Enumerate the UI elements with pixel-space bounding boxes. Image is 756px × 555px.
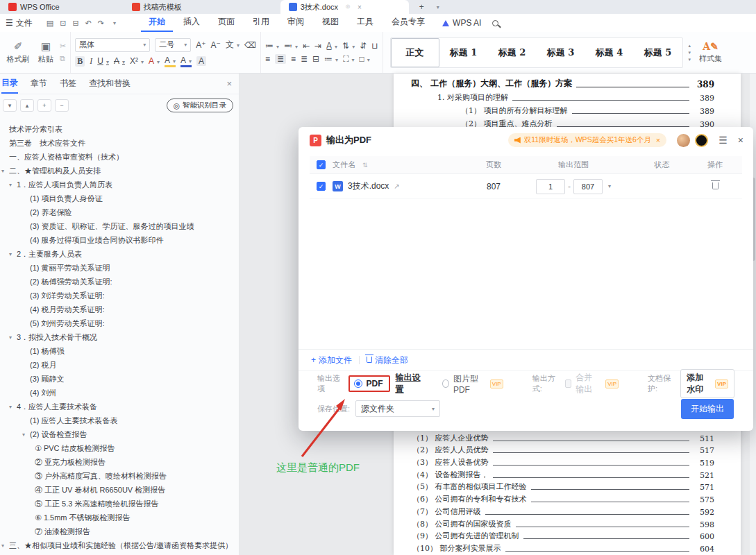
increase-indent-icon[interactable]: ⇥ [314,41,321,51]
underline-button[interactable]: U▾ [97,56,109,66]
range-to-input[interactable] [573,179,603,194]
toc-entry[interactable]: （2） 应答人人员优势517 [394,443,741,456]
toc-entry[interactable]: （1） 应答人企业优势511 [394,431,741,443]
redo-icon[interactable]: ↷ [98,19,104,28]
decrease-indent-icon[interactable]: ⇤ [303,41,310,51]
image-pdf-option[interactable]: 图片型PDF VIP [442,373,503,395]
sidebar-tab[interactable]: 查找和替换 [89,74,131,93]
print-icon[interactable]: ⊟ [72,19,78,28]
ribbon-tab[interactable]: 视图 [314,15,346,32]
outline-item[interactable]: (4) 刘州 [0,386,239,400]
outline-item[interactable]: (4) 服务过得项目业绩合同协议书影印件 [0,233,239,247]
export-icon[interactable]: ⊡ [60,19,66,28]
style-box[interactable]: 标题 1 [439,38,488,67]
bullet-list-icon[interactable]: ≔▾ [265,41,279,51]
increase-font-icon[interactable]: A⁺ [196,40,205,50]
bold-button[interactable]: B [75,56,85,67]
ribbon-tab[interactable]: 工具 [349,15,381,32]
superscript-button[interactable]: X²▾ [130,56,144,66]
add-file-button[interactable]: 添加文件 [311,355,352,366]
outline-item[interactable]: ▾三、★相似项目业绩和实施经验（根据公告/邀请函资格要求提供） [0,538,239,552]
highlight-button[interactable]: A▾ [165,56,176,67]
outline-item[interactable]: (4) 税月劳动关系证明: [0,302,239,316]
strikethrough-button[interactable]: A▾ [114,56,125,66]
char-effect-button[interactable]: A▾ [149,56,160,66]
outline-item[interactable]: (3) 刘洋劳动关系证明: [0,289,239,302]
decrease-font-icon[interactable]: A⁻ [211,40,221,50]
outline-item[interactable]: (2) 杨傅强劳动关系证明: [0,275,239,289]
home-tab[interactable]: WPS Office [0,0,68,14]
tab-template-store[interactable]: 找稿壳模板 [124,0,190,14]
save-location-select[interactable]: 源文件夹 ▾ [355,400,440,417]
collapse-arrow-icon[interactable]: ▾ [9,331,15,345]
outline-item[interactable]: (1) 杨傅强 [0,344,239,358]
style-box[interactable]: 正文 [391,38,439,67]
delete-file-icon[interactable] [712,182,719,189]
spacing-icon[interactable]: ⇅▾ [342,41,355,51]
outline-item[interactable]: ▾3．拟投入技术骨干概况 [0,330,239,344]
sidebar-tab[interactable]: 章节 [31,74,47,93]
outline-item[interactable]: ③ 户外高精度写真、喷绘材料检测报告 [0,469,239,483]
clear-format-icon[interactable]: ⌫ [244,40,256,50]
font-size-select[interactable]: 二号▾ [155,38,191,52]
save-icon[interactable]: ▤ [47,19,53,28]
outline-item[interactable]: 一、应答人资格审查资料（技术） [0,150,239,164]
dialog-close-icon[interactable]: × [738,135,744,146]
dialog-menu-icon[interactable]: ☰ [719,135,728,146]
outline-item[interactable]: ▾2．主要服务人员表 [0,247,239,261]
collapse-all-button[interactable]: ▴ [20,99,34,112]
style-set-button[interactable]: A✎ 样式集 [694,41,728,64]
sidebar-tab[interactable]: 目录 [1,74,18,94]
start-export-button[interactable]: 开始输出 [681,399,734,419]
output-settings-link[interactable]: 输出设置 [396,372,423,395]
outline-item[interactable]: ② 亚克力板检测报告 [0,455,239,469]
styles-more-icon[interactable]: ▾ [689,57,691,62]
text-direction-icon[interactable]: A̲▾ [326,41,337,51]
outline-item[interactable]: (3) 资质证、职称证、学历证、服务过的项目业绩 [0,219,239,233]
outline-item[interactable]: 第三卷 技术应答文件 [0,136,239,150]
justify-icon[interactable]: ≣ [301,54,308,64]
quick-access-caret-icon[interactable]: ▾ [113,20,116,26]
sidebar-tab[interactable]: 书签 [60,74,76,93]
cut-icon[interactable]: ✂ [60,42,66,51]
smart-toc-button[interactable]: ◎ 智能识别目录 [167,99,233,112]
outline-item[interactable]: (1) 黄丽平劳动关系证明 [0,261,239,275]
tab-list-caret-icon[interactable]: ▾ [429,0,444,14]
collapse-arrow-icon[interactable]: ▾ [9,178,15,192]
wps-ai-button[interactable]: WPS AI [442,18,481,28]
border-icon[interactable]: □▾ [360,54,370,64]
styles-up-icon[interactable]: ▴ [689,43,691,49]
file-menu-button[interactable]: ☰ 文件 [0,17,40,29]
outline-item[interactable]: (1) 应答人主要技术装备表 [0,413,239,427]
outline-item[interactable]: ⑦ 油漆检测报告 [0,524,239,538]
range-caret-icon[interactable]: ▾ [608,183,611,189]
outline-item[interactable]: ⑤ 工正 5.3 米高速精喷绘机报告报告 [0,497,239,511]
style-box[interactable]: 标题 5 [634,38,682,67]
range-from-input[interactable] [536,179,565,194]
outline-item[interactable]: (2) 养老保险 [0,205,239,219]
sidebar-close-icon[interactable]: × [226,78,232,89]
tab-document[interactable]: 3技术.docx ⌾ × [280,0,409,14]
outline-item[interactable]: ▾4．应答人主要技术装备 [0,400,239,413]
zoom-out-outline-button[interactable]: − [55,99,69,112]
expand-all-button[interactable]: ▾ [3,99,17,112]
line-spacing-icon[interactable]: ≔▾ [324,54,338,64]
toc-entry[interactable]: （9） 公司拥有先进的管理机制600 [394,529,741,542]
style-box[interactable]: 标题 3 [537,38,585,67]
outline-item[interactable]: ① PVC 结皮板检测报告 [0,441,239,455]
ribbon-tab[interactable]: 会员专享 [384,15,432,32]
align-center-icon[interactable]: ≣ [275,54,286,64]
outline-item[interactable]: ⑥ 1.5mm 不锈钢板检测报告 [0,511,239,524]
sort-paragraph-icon[interactable]: ⇵ [360,41,367,51]
merge-output-option[interactable]: 合并输出 VIP [565,372,619,395]
sort-icon[interactable]: ⇅ [362,162,368,169]
collapse-arrow-icon[interactable]: ▾ [1,164,8,178]
outline-item[interactable]: 技术评分索引表 [0,122,239,136]
zoom-in-outline-button[interactable]: + [37,99,51,112]
font-name-select[interactable]: 黑体▾ [75,38,150,52]
toc-entry[interactable]: （3） 应答人设备优势519 [394,455,741,468]
collapse-arrow-icon[interactable]: ▾ [1,539,8,553]
ribbon-tab[interactable]: 页面 [210,15,242,32]
toc-entry[interactable]: （10） 部分案列实景展示604 [394,541,741,554]
clear-all-button[interactable]: 清除全部 [367,355,408,366]
